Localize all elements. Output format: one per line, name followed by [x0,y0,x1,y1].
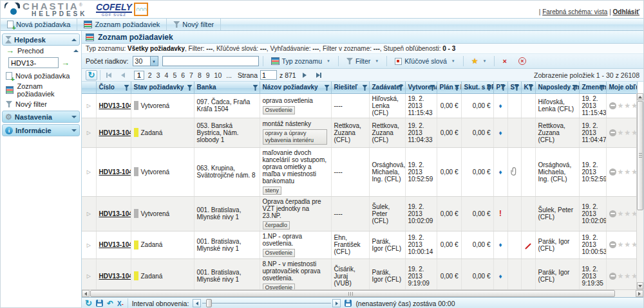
cancel-filter-button[interactable]: × [515,55,530,67]
column-plan[interactable]: Plán s DPH [437,82,461,93]
column-filter-icon[interactable] [253,85,258,91]
column-filter-icon[interactable] [325,85,330,91]
scroll-right-button[interactable] [636,290,643,297]
horizontal-scroll-thumb[interactable] [90,290,615,297]
sidebar-panel-helpdesk[interactable]: Helpdesk [2,33,80,46]
column-filter-icon[interactable] [187,85,193,91]
request-id-link[interactable]: HDV13-1046 [99,129,131,136]
favorite-rating[interactable] [606,147,637,196]
slider-increase-button[interactable] [332,299,341,307]
favorites-filter-button[interactable]: ★ [468,55,491,68]
page-number[interactable]: 6 [180,71,185,79]
refresh-interval-slider[interactable] [193,299,341,307]
search-input[interactable] [162,56,259,66]
go-arrow-button[interactable]: → [61,60,70,66]
star-rating-icons[interactable] [618,168,638,176]
column-stav[interactable]: Stav požiadavky [131,82,194,93]
page-number[interactable]: 3 [156,71,161,79]
column-st[interactable]: ST [507,82,521,93]
sidebar-item-new-filter[interactable]: Nový filter [2,99,80,109]
column-skut[interactable]: Skut. s DPH [461,82,493,93]
page-number[interactable]: 7 [189,71,194,79]
column-filter-icon[interactable] [363,85,368,91]
column-zadavatel[interactable]: Zadávateľ [369,82,405,93]
table-row[interactable]: ▷ HDV13-1045 Vytvorená 063. Krupina, Svä… [82,147,637,196]
page-number[interactable]: 9 [205,71,211,79]
scroll-up-button[interactable] [637,93,643,100]
table-row[interactable]: ▷ HDV13-1044 Vytvorená 001. Bratislava, … [82,196,637,231]
remove-favorite-icon[interactable] [609,102,616,109]
request-id-link[interactable]: HDV13-1042 [99,273,131,280]
favorite-rating[interactable] [606,93,637,118]
remove-favorite-icon[interactable] [609,129,616,136]
page-number[interactable]: 4 [164,71,169,79]
vertical-scrollbar[interactable] [636,93,643,289]
star-rating-icons[interactable] [618,273,638,280]
expand-icon[interactable]: ▷ [87,130,91,136]
sidebar-item-request-list[interactable]: Zoznam požiadaviek [2,81,80,99]
refresh-icon[interactable]: ↻ [85,299,92,307]
save-icon[interactable] [96,300,103,307]
remove-favorite-icon[interactable] [609,273,616,280]
save-interval-icon[interactable] [345,300,352,307]
page-number-current[interactable]: 1 [134,71,144,80]
request-list-button[interactable]: Zoznam požiadaviek [77,19,167,30]
slider-track[interactable] [202,299,331,307]
page-number[interactable]: 8 [197,71,202,79]
favorite-rating[interactable] [606,196,637,231]
list-type-button[interactable]: Typ zoznamu [267,55,334,67]
expand-icon[interactable]: ▷ [87,103,91,109]
column-zmenena[interactable]: Zmenená [579,82,606,93]
column-pt[interactable]: PT [493,82,507,93]
sidebar-item-prechod[interactable]: → Prechod [2,46,80,56]
column-cislo[interactable]: Číslo [96,82,131,93]
star-rating-icons[interactable] [618,102,638,109]
rows-per-page-select[interactable]: 30 [133,56,158,66]
sidebar-item-new-request[interactable]: Nová požiadavka [2,71,80,81]
page-ellipsis[interactable]: ... [225,71,232,79]
favorite-rating[interactable] [606,258,637,289]
request-id-link[interactable]: HDV13-1047 [99,102,131,109]
vertical-scroll-thumb[interactable] [637,101,643,210]
new-filter-button[interactable]: Nový filter [167,19,221,30]
favorite-rating[interactable] [606,231,637,258]
table-row[interactable]: ▷ HDV13-1043 Zadaná 001. Bratislava, Mly… [82,231,637,258]
slider-thumb[interactable] [206,299,212,307]
request-code-input[interactable] [8,57,59,68]
page-number[interactable]: 5 [172,71,177,79]
sidebar-panel-info[interactable]: i Informácie [2,124,80,136]
logout-link[interactable]: Odhlásiť [613,8,639,15]
star-rating-icons[interactable] [618,129,638,136]
slider-decrease-button[interactable] [193,299,201,307]
page-number[interactable]: 10 [214,71,223,79]
column-vytvorena[interactable]: Vytvorená [405,82,437,93]
column-zmenil[interactable]: Naposledy zmenil [535,82,579,93]
column-fav[interactable]: Moje obľúbené [606,82,637,93]
page-number[interactable]: 2 [147,71,153,79]
refresh-button[interactable]: ↻ [86,70,97,80]
star-rating-icons[interactable] [618,210,638,217]
column-filter-icon[interactable] [124,85,129,91]
page-input[interactable] [260,70,277,80]
remove-favorite-icon[interactable] [609,210,616,217]
next-page-button[interactable] [299,70,310,80]
table-row[interactable]: ▷ HDV13-1046 Zadaná 053. Banská Bystrica… [82,118,637,147]
expand-icon[interactable]: ▷ [87,211,91,217]
table-row[interactable]: ▷ HDV13-1047 Vytvorená 097. Čadca, Fraňa… [82,93,637,118]
request-id-link[interactable]: HDV13-1044 [99,210,131,217]
scroll-left-button[interactable] [82,290,90,297]
remove-favorite-icon[interactable] [609,168,616,176]
remove-favorite-icon[interactable] [609,241,616,248]
expand-icon[interactable]: ▷ [87,242,91,248]
new-request-button[interactable]: Nová požiadavka [1,19,77,30]
keywords-button[interactable]: Kľúčové slová [391,55,459,67]
color-scheme-link[interactable]: Farebná schéma: vista [542,8,607,15]
column-nazov[interactable]: Názov požiadavky [260,82,331,93]
undo-icon[interactable]: ↶ [107,299,113,308]
first-page-button[interactable] [103,70,115,80]
column-riesitel[interactable]: Riešiteľ [331,82,369,93]
expand-icon[interactable]: ▷ [87,273,91,279]
sidebar-panel-settings[interactable]: ⚙ Nastavenia [2,111,80,123]
request-id-link[interactable]: HDV13-1043 [99,241,131,248]
clear-filter-button[interactable]: × [498,55,510,67]
